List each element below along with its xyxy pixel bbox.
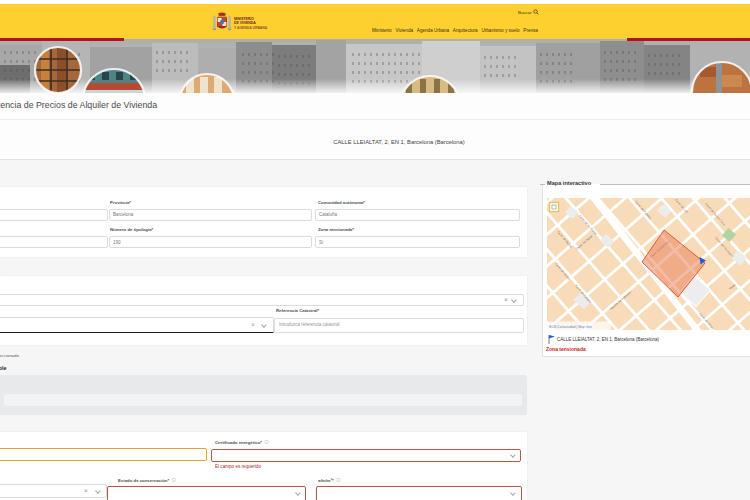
svg-text:BCN Cartociudad | Map tiles: BCN Cartociudad | Map tiles: [549, 325, 592, 329]
